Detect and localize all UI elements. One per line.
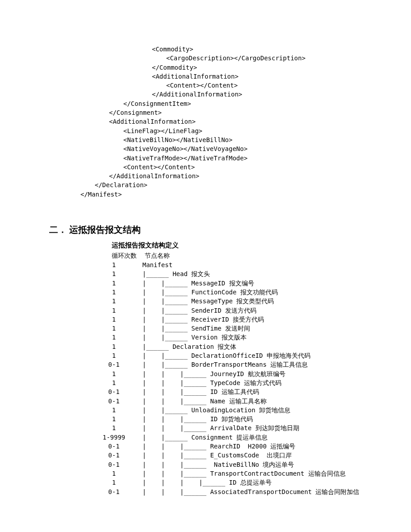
tree-row: 1 | | | |______ ID 总提运单号: [101, 478, 362, 487]
xml-line: <CargoDescription></CargoDescription>: [80, 54, 362, 63]
xml-line: </Commodity>: [80, 63, 362, 72]
tree-branch: | | |______: [127, 397, 210, 406]
xml-line: <Commodity>: [80, 45, 362, 54]
xml-line: <AdditionalInformation>: [80, 117, 362, 126]
tree-branch: [127, 260, 143, 269]
tree-row: 1 | |______ MessageType 报文类型代码: [101, 297, 362, 306]
tree-row: 1 | |______ MessageID 报文编号: [101, 279, 362, 288]
tree-branch: | |______: [127, 297, 191, 306]
tree-count: 1: [101, 315, 127, 324]
tree-label: Manifest: [143, 260, 172, 269]
tree-label: Version 报文版本: [191, 333, 246, 342]
tree-label: ID 卸货地代码: [210, 415, 252, 423]
tree-count: 1: [101, 369, 127, 378]
tree-count: 1: [101, 378, 127, 387]
tree-row: 1 |______ Head 报文头: [101, 269, 362, 278]
xml-line: </Manifest>: [80, 190, 362, 199]
tree-label: NativeBillNo 境内运单号: [210, 460, 294, 469]
tree-count: 1: [101, 269, 127, 278]
tree-label: RearchID H2000 运抵编号: [210, 442, 295, 451]
tree-count: 0-1: [101, 487, 127, 496]
tree-count: 1: [101, 469, 127, 478]
tree-row: 0-1 | | |______ Name 运输工具名称: [101, 397, 362, 406]
tree-row: 1 | | |______ TransportContractDocument …: [101, 469, 362, 478]
tree-branch: | | |______: [127, 369, 210, 378]
xml-line: </ConsignmentItem>: [80, 99, 362, 108]
tree-branch: | |______: [127, 333, 191, 342]
tree-count: 0-1: [101, 460, 127, 469]
tree-count: 1: [101, 288, 127, 297]
tree-count: 1: [101, 406, 127, 415]
tree-row: 0-1 | | |______ E_CustomsCode 出境口岸: [101, 451, 362, 460]
tree-branch: | |______: [127, 433, 191, 442]
tree-branch: | | |______: [127, 423, 210, 432]
tree-branch: | |______: [127, 315, 191, 324]
tree-label: ID 总提运单号: [229, 478, 272, 487]
tree-header: 循环次数 节点名称: [112, 251, 362, 260]
xml-line: </Consignment>: [80, 108, 362, 117]
tree-label: MessageID 报文编号: [191, 279, 254, 288]
tree-count: 1: [101, 306, 127, 315]
tree-count: 1: [101, 279, 127, 288]
tree-label: TypeCode 运输方式代码: [210, 378, 281, 387]
tree-label: MessageType 报文类型代码: [191, 297, 274, 306]
xml-line: <Content></Content>: [80, 163, 362, 172]
tree-count: 0-1: [101, 360, 127, 369]
tree-count: 1: [101, 260, 127, 269]
tree-label: Consignment 提运单信息: [191, 433, 268, 442]
tree-row: 1 | | |______ ID 卸货地代码: [101, 415, 362, 423]
tree-branch: | |______: [127, 279, 191, 288]
tree-label: FunctionCode 报文功能代码: [191, 288, 278, 297]
xml-line: </Declaration>: [80, 180, 362, 189]
tree-row: 1 | | |______ ArrivalDate 到达卸货地日期: [101, 423, 362, 432]
tree-row: 1 | |______ ReceiverID 接受方代码: [101, 315, 362, 324]
tree-row: 0-1 | | |______ RearchID H2000 运抵编号: [101, 442, 362, 451]
tree-row: 1 | |______ SenderID 发送方代码: [101, 306, 362, 315]
tree-row: 1 | |______ DeclarationOfficeID 申报地海关代码: [101, 351, 362, 360]
tree-branch: | | |______: [127, 387, 210, 396]
tree-count: 0-1: [101, 451, 127, 460]
tree-branch: | | |______: [127, 460, 210, 469]
xml-line: </AdditionalInformation>: [80, 172, 362, 180]
tree-label: TransportContractDocument 运输合同信息: [210, 469, 345, 478]
tree-row: 1-9999 | |______ Consignment 提运单信息: [101, 433, 362, 442]
tree-row: 1 |______ Declaration 报文体: [101, 342, 362, 351]
xml-line: <NativeVoyageNo></NativeVoyageNo>: [80, 144, 362, 153]
xml-line: <NativeBillNo></NativeBillNo>: [80, 135, 362, 144]
tree-label: AssociatedTransportDocument 运输合同附加信: [210, 487, 359, 496]
tree-header-col2: 节点名称: [145, 251, 170, 260]
tree-label: E_CustomsCode 出境口岸: [210, 451, 291, 460]
tree-header-col1: 循环次数: [112, 251, 143, 260]
tree-row: 0-1 | | |______ NativeBillNo 境内运单号: [101, 460, 362, 469]
tree-row: 1 | |______ UnloadingLocation 卸货地信息: [101, 406, 362, 415]
tree-row: 1 | | |______ JourneyID 航次航班编号: [101, 369, 362, 378]
xml-line: </AdditionalInformation>: [80, 90, 362, 99]
sub-heading: 运抵报告报文结构定义: [112, 241, 362, 251]
tree-count: 0-1: [101, 387, 127, 396]
tree-row: 0-1 | |______ BorderTransportMeans 运输工具信…: [101, 360, 362, 369]
tree-label: ID 运输工具代码: [210, 387, 259, 396]
tree-label: ReceiverID 接受方代码: [191, 315, 264, 324]
tree-branch: | |______: [127, 324, 191, 333]
tree-label: DeclarationOfficeID 申报地海关代码: [191, 351, 310, 360]
tree-row: 0-1 | | |______ ID 运输工具代码: [101, 387, 362, 396]
tree-branch: |______: [127, 269, 172, 278]
tree-branch: | | |______: [127, 378, 210, 387]
tree-count: 1: [101, 351, 127, 360]
tree-branch: | | |______: [127, 469, 210, 478]
tree-label: Declaration 报文体: [172, 342, 236, 351]
tree-branch: | | | |______: [127, 478, 229, 487]
tree-count: 1: [101, 333, 127, 342]
tree-row: 1 | |______ Version 报文版本: [101, 333, 362, 342]
xml-line: <NativeTrafMode></NativeTrafMode>: [80, 154, 362, 163]
tree-row: 1 Manifest: [101, 260, 362, 269]
tree-label: Name 运输工具名称: [210, 397, 266, 406]
xml-line: <AdditionalInformation>: [80, 72, 362, 81]
tree-branch: | |______: [127, 288, 191, 297]
tree-branch: | | |______: [127, 451, 210, 460]
tree-row: 0-1 | | |______ AssociatedTransportDocum…: [101, 487, 362, 496]
tree-branch: | | |______: [127, 442, 210, 451]
tree-label: JourneyID 航次航班编号: [210, 369, 285, 378]
tree-label: SendTime 发送时间: [191, 324, 250, 333]
tree-label: Head 报文头: [172, 269, 210, 278]
